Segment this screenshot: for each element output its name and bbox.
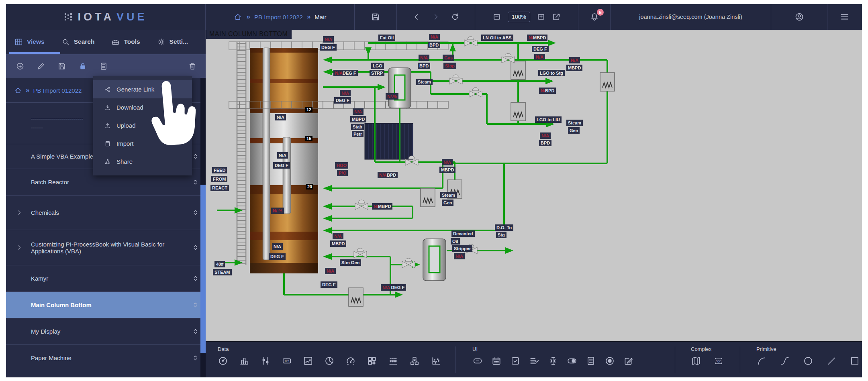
tree-item-label: My Display	[31, 328, 60, 335]
diagram-label: LN Oil to ABS	[481, 35, 513, 41]
trash-button[interactable]	[188, 62, 197, 71]
menu-item-download[interactable]: Download	[93, 98, 192, 116]
diagram-label: N/A	[442, 159, 453, 165]
palette-icon-hierarchy[interactable]	[409, 356, 420, 366]
diagram-label: N/A	[454, 253, 465, 259]
palette-icon-spline[interactable]	[780, 356, 790, 366]
diagram-label: Steam	[440, 192, 457, 198]
sidebar-tab-tools[interactable]: Tools	[103, 30, 148, 54]
menu-item-generate-link[interactable]: Generate Link	[93, 80, 192, 98]
diagram-label: N/A	[540, 132, 551, 139]
add-button[interactable]	[16, 62, 25, 71]
tab-label: Search	[74, 38, 95, 45]
palette-icon-toggle[interactable]	[567, 356, 577, 366]
sidebar-tab-views[interactable]: Views	[6, 30, 53, 54]
top-bar: IOTAVUE » PB Import 012022 » Mair 100% 5…	[6, 4, 862, 30]
diagram-label: N/A	[569, 57, 580, 63]
palette-icon-barchart[interactable]	[239, 356, 249, 366]
palette-icon-pie[interactable]	[324, 356, 335, 366]
sidebar-tab-search[interactable]: Search	[53, 30, 103, 54]
palette-icon-textcursor[interactable]	[548, 356, 558, 366]
palette-icon-sqc[interactable]: SQC	[713, 356, 724, 366]
display-canvas[interactable]: MAIN COLUMN BOTTOM N/ADEG FFat OilN/ABPD…	[206, 30, 862, 341]
palette-icon-editbox[interactable]	[623, 356, 634, 366]
active-tab-underline	[9, 52, 60, 54]
palette-icon-calendar[interactable]	[491, 356, 502, 366]
save-button[interactable]	[57, 62, 66, 71]
lock-button[interactable]	[78, 62, 87, 71]
tree-item-label: Batch Reactor	[31, 179, 69, 185]
diagram-label: DEG F	[273, 162, 290, 169]
palette-icon-trend[interactable]	[303, 356, 313, 366]
list-button[interactable]	[99, 62, 108, 71]
diagram-label: MBPD	[439, 167, 455, 173]
tab-label: Views	[27, 38, 45, 45]
diagram-label: REACT	[210, 185, 229, 191]
sort-icon[interactable]	[192, 328, 199, 335]
back-icon[interactable]	[412, 12, 421, 21]
scrollbar-thumb[interactable]	[200, 185, 206, 353]
palette-icon-numeric[interactable]: 123	[282, 356, 292, 366]
chevron-right-icon[interactable]	[16, 209, 22, 216]
tree-item-chemicals[interactable]: Chemicals	[6, 195, 206, 230]
sort-icon[interactable]	[192, 301, 199, 309]
edit-button[interactable]	[37, 62, 45, 71]
save-icon[interactable]	[371, 12, 380, 22]
tree-item-label: Kamyr	[31, 275, 48, 282]
sort-icon[interactable]	[192, 244, 199, 251]
palette-icon-map[interactable]	[691, 356, 701, 366]
forward-icon[interactable]	[431, 12, 440, 21]
palette-icon-dial[interactable]	[345, 356, 356, 366]
home-icon[interactable]	[233, 12, 242, 21]
diagram-label: N/.%	[271, 208, 284, 214]
palette-icon-line[interactable]	[826, 356, 837, 366]
palette-icon-slider[interactable]	[260, 356, 271, 366]
diagram-label: Slop	[443, 63, 456, 69]
palette-section-data: Data123	[218, 342, 441, 377]
diagram-label: N/A	[429, 34, 440, 40]
palette-icon-rect[interactable]	[850, 356, 860, 366]
palette-icon-circle[interactable]	[803, 356, 813, 366]
palette-icon-table[interactable]	[367, 356, 377, 366]
diagram-label: N/A	[323, 36, 334, 43]
menu-item-share[interactable]: Share	[93, 153, 192, 171]
menu-item-import[interactable]: Import	[93, 134, 192, 153]
sort-icon[interactable]	[192, 275, 199, 282]
display-title: MAIN COLUMN BOTTOM	[206, 30, 292, 39]
sort-icon[interactable]	[192, 178, 199, 186]
account-icon[interactable]	[794, 12, 804, 22]
palette-icon-gauge[interactable]	[218, 356, 228, 366]
chevron-right-icon[interactable]	[16, 244, 22, 251]
tree-item-my-display[interactable]: My Display	[6, 318, 206, 344]
palette-icon-scatter[interactable]	[431, 356, 441, 366]
tree-item-kamyr[interactable]: Kamyr	[6, 265, 206, 291]
sidebar-breadcrumb-label[interactable]: PB Import 012022	[33, 87, 82, 94]
open-external-icon[interactable]	[552, 12, 561, 21]
home-icon[interactable]	[14, 86, 22, 94]
logo-mark-icon	[64, 12, 74, 22]
hamburger-menu-icon[interactable]	[840, 12, 850, 22]
tray-number-badge: 12	[305, 107, 312, 112]
menu-item-upload[interactable]: Upload	[93, 116, 192, 134]
sidebar-tab-setti[interactable]: Setti...	[149, 30, 197, 54]
zoom-out-button[interactable]	[492, 12, 501, 21]
tree-item-customizing-pi-processbook-with-visual-b[interactable]: Customizing PI-ProcessBook with Visual B…	[6, 230, 206, 265]
screenshot-page: IOTAVUE » PB Import 012022 » Mair 100% 5…	[0, 0, 868, 381]
palette-icon-arc[interactable]	[756, 356, 767, 366]
palette-icon-textarea[interactable]	[586, 356, 596, 366]
sort-icon[interactable]	[192, 153, 199, 160]
palette-icon-radio[interactable]	[605, 356, 615, 366]
diagram-label: DEG F	[532, 46, 549, 52]
refresh-icon[interactable]	[451, 12, 460, 21]
sort-icon[interactable]	[192, 209, 199, 216]
palette-icon-multiselect[interactable]	[529, 356, 539, 366]
breadcrumb-parent[interactable]: PB Import 012022	[254, 14, 303, 20]
sort-icon[interactable]	[192, 354, 199, 362]
palette-icon-checkbox[interactable]	[510, 356, 521, 366]
palette-icon-heatmap[interactable]	[388, 356, 398, 366]
tree-item-main-column-bottom[interactable]: Main Column Bottom	[6, 291, 206, 318]
zoom-in-button[interactable]	[537, 12, 545, 21]
tree-item-paper-machine[interactable]: Paper Machine	[6, 344, 206, 371]
sidebar-scrollbar[interactable]	[200, 78, 206, 377]
palette-icon-button[interactable]	[472, 356, 483, 366]
